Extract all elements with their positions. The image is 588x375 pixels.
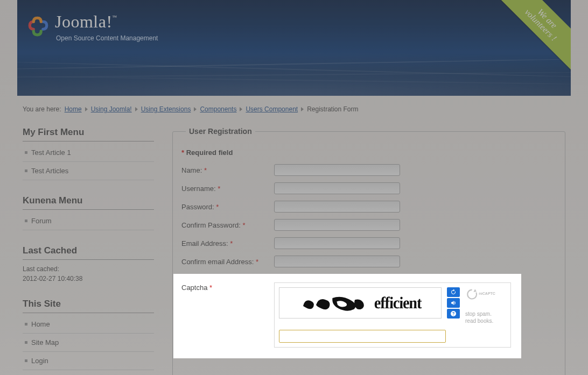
main-content: User Registration * Required field Name:…: [172, 127, 565, 375]
brand-name: Joomla!™: [55, 13, 158, 30]
password-input[interactable]: [274, 201, 400, 213]
reload-icon: [450, 289, 457, 295]
confirm-password-input[interactable]: [274, 219, 400, 231]
module-last-cached: Last Cached Last cached: 2012-02-27 10:4…: [23, 245, 154, 284]
joomla-logo-icon: [27, 15, 50, 38]
list-item[interactable]: Forum: [23, 212, 154, 230]
breadcrumb-link[interactable]: Home: [65, 105, 82, 113]
recaptcha-widget: efficient: [274, 282, 511, 348]
captcha-image: efficient: [279, 287, 442, 319]
module-title: Last Cached: [23, 245, 154, 260]
module-title: My First Menu: [23, 127, 154, 141]
recaptcha-logo: reCAPTCHA™ stop spam. read books.: [465, 287, 495, 324]
fieldset-legend: User Registration: [186, 127, 255, 136]
confirm-email-label: Confirm email Address: *: [181, 258, 274, 266]
breadcrumb-link[interactable]: Users Component: [246, 105, 298, 113]
list-item[interactable]: Login: [23, 352, 154, 370]
site-header: Joomla!™ Open Source Content Management …: [17, 0, 571, 96]
breadcrumb: You are here: Home Using Joomla! Using E…: [17, 96, 571, 113]
logo-block: Joomla!™ Open Source Content Management: [27, 13, 158, 42]
module-my-first-menu: My First Menu Test Article 1 Test Articl…: [23, 127, 154, 180]
brand-tagline: Open Source Content Management: [56, 34, 158, 42]
breadcrumb-link[interactable]: Using Extensions: [141, 105, 191, 113]
last-cached-label: Last cached:: [23, 265, 59, 273]
recaptcha-icon: reCAPTCHA™: [465, 287, 495, 301]
captcha-help-button[interactable]: [447, 309, 460, 319]
confirm-password-label: Confirm Password: *: [181, 221, 274, 229]
audio-icon: [450, 300, 457, 306]
password-label: Password: *: [181, 203, 274, 211]
volunteers-ribbon[interactable]: We arevolunteers !: [493, 0, 571, 73]
breadcrumb-current: Registration Form: [307, 105, 358, 113]
confirm-email-input[interactable]: [274, 256, 400, 267]
user-registration-fieldset: User Registration * Required field Name:…: [172, 127, 565, 375]
captcha-input[interactable]: [279, 330, 446, 343]
breadcrumb-link[interactable]: Components: [200, 105, 236, 113]
help-icon: [450, 310, 457, 317]
breadcrumb-link[interactable]: Using Joomla!: [91, 105, 132, 113]
breadcrumb-prefix: You are here:: [23, 105, 61, 113]
sidebar: My First Menu Test Article 1 Test Articl…: [23, 127, 154, 375]
module-this-site: This Site Home Site Map Login: [23, 299, 154, 370]
email-input[interactable]: [274, 237, 400, 249]
module-kunena-menu: Kunena Menu Forum: [23, 195, 154, 230]
name-input[interactable]: [274, 164, 400, 176]
list-item[interactable]: Home: [23, 315, 154, 334]
captcha-reload-button[interactable]: [447, 287, 460, 297]
list-item[interactable]: Test Articles: [23, 162, 154, 180]
username-label: Username: *: [181, 185, 274, 193]
email-label: Email Address: *: [181, 239, 274, 247]
last-cached-value: 2012-02-27 10:40:38: [23, 275, 82, 282]
svg-text:reCAPTCHA™: reCAPTCHA™: [479, 292, 495, 295]
captcha-word: efficient: [374, 293, 422, 312]
list-item[interactable]: Test Article 1: [23, 144, 154, 162]
captcha-audio-button[interactable]: [447, 298, 460, 308]
username-input[interactable]: [274, 182, 400, 194]
name-label: Name: *: [181, 166, 274, 174]
module-title: This Site: [23, 299, 154, 313]
list-item[interactable]: Site Map: [23, 334, 154, 352]
required-field-note: * Required field: [181, 148, 556, 157]
module-title: Kunena Menu: [23, 195, 154, 210]
captcha-label: Captcha *: [181, 282, 274, 292]
captcha-block: Captcha * e: [173, 274, 521, 358]
